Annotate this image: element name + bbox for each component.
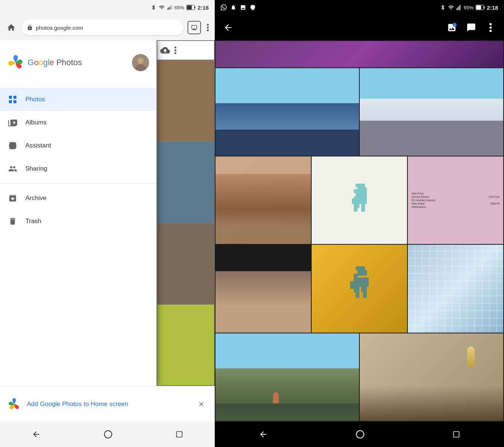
svg-rect-25 xyxy=(459,6,459,10)
svg-rect-7 xyxy=(187,6,192,10)
banner-text[interactable]: Add Google Photos to Home screen xyxy=(27,400,189,408)
back-icon-right xyxy=(223,23,233,32)
bluetooth-icon xyxy=(151,4,157,10)
battery-text-left: 65% xyxy=(174,5,184,10)
home-button[interactable] xyxy=(4,21,18,34)
photo-cell-4[interactable] xyxy=(312,156,407,244)
svg-rect-17 xyxy=(9,96,12,99)
photo-cell-10[interactable] xyxy=(360,333,503,421)
svg-rect-1 xyxy=(168,7,169,10)
archive-nav-icon xyxy=(8,194,17,203)
square-nav-icon-right xyxy=(453,431,460,438)
right-panel: 65% 2:18 + xyxy=(215,0,504,447)
home-button-nav-left[interactable] xyxy=(100,426,116,443)
home-icon xyxy=(7,23,16,32)
status-bar-right: 65% 2:18 xyxy=(215,0,504,15)
banner-close-button[interactable] xyxy=(195,398,207,410)
photo-cell-5[interactable]: Web Push Service WorkerCSS Grid ES modul… xyxy=(408,156,503,244)
comment-button[interactable] xyxy=(464,20,479,35)
circle-home-icon-right xyxy=(356,430,365,439)
sharing-icon xyxy=(7,164,18,174)
wifi-icon-right xyxy=(448,4,454,10)
svg-point-34 xyxy=(489,30,492,32)
more-button-right[interactable] xyxy=(483,20,498,35)
photo-cell-6[interactable] xyxy=(215,245,311,332)
close-icon xyxy=(198,400,205,408)
tech-slide-overlay: Web Push Service WorkerCSS Grid ES modul… xyxy=(408,156,503,244)
more-vert-icon-photos[interactable] xyxy=(174,47,176,54)
user-avatar[interactable] xyxy=(132,54,149,71)
albums-label: Albums xyxy=(25,119,47,126)
square-button-right[interactable] xyxy=(449,427,464,442)
sidebar-item-archive[interactable]: Archive xyxy=(0,187,157,210)
svg-point-8 xyxy=(207,24,209,26)
square-button-left[interactable] xyxy=(172,427,187,442)
more-vert-icon-left xyxy=(207,24,209,31)
desktop-icon-button[interactable] xyxy=(188,21,201,34)
svg-rect-40 xyxy=(352,199,356,204)
svg-rect-19 xyxy=(9,100,12,103)
photo-cell-7[interactable] xyxy=(312,245,407,332)
nav-divider-1 xyxy=(0,183,157,184)
add-photo-button[interactable]: + xyxy=(444,20,459,35)
svg-rect-51 xyxy=(361,287,367,292)
pixel-dino-yellow xyxy=(339,266,380,311)
whatsapp-icon xyxy=(221,4,227,10)
photo-cell-3[interactable] xyxy=(215,156,311,244)
back-button-right[interactable] xyxy=(221,20,236,35)
nav-drawer: Google Photos xyxy=(0,40,157,386)
photo-grid: Web Push Service WorkerCSS Grid ES modul… xyxy=(215,40,504,422)
time-right: 2:18 xyxy=(487,4,498,11)
albums-nav-icon xyxy=(8,118,17,127)
svg-point-9 xyxy=(207,27,209,29)
svg-rect-43 xyxy=(354,208,357,212)
battery-icon-left xyxy=(186,5,195,10)
archive-icon xyxy=(7,193,18,203)
photo-row-3 xyxy=(215,245,503,332)
nav-drawer-area: Google Photos xyxy=(0,40,215,386)
photo-cell-9[interactable] xyxy=(215,333,359,421)
photo-cell-0[interactable] xyxy=(215,41,503,67)
svg-rect-2 xyxy=(169,7,170,10)
bottom-bar-right xyxy=(215,422,504,447)
svg-rect-26 xyxy=(460,5,460,10)
svg-rect-42 xyxy=(361,204,365,208)
sidebar-item-sharing[interactable]: Sharing xyxy=(0,157,157,180)
back-button-left[interactable] xyxy=(28,426,44,443)
photo-cell-2[interactable] xyxy=(360,68,503,156)
address-field[interactable]: photos.google.com xyxy=(22,20,184,35)
bottom-bar-left xyxy=(0,422,215,447)
sidebar-item-trash[interactable]: Trash xyxy=(0,210,157,233)
avatar-image xyxy=(132,54,149,71)
comment-icon xyxy=(466,23,476,32)
sidebar-item-photos[interactable]: Photos xyxy=(0,88,157,111)
more-vert-icon-right xyxy=(489,23,492,32)
logo-pinwheel xyxy=(7,54,24,71)
photo-cell-8[interactable] xyxy=(408,245,503,332)
svg-rect-6 xyxy=(195,6,195,9)
circle-home-icon xyxy=(104,430,113,439)
more-button-chrome[interactable] xyxy=(205,22,210,33)
photo-cell-1[interactable] xyxy=(215,68,359,156)
svg-rect-46 xyxy=(357,270,367,276)
albums-icon xyxy=(7,117,18,128)
svg-rect-22 xyxy=(177,432,182,437)
sidebar-item-assistant[interactable]: Assistant xyxy=(0,134,157,157)
add-photo-icon: + xyxy=(447,23,457,32)
svg-rect-24 xyxy=(457,7,458,10)
upload-icon[interactable] xyxy=(160,45,170,55)
url-text[interactable]: photos.google.com xyxy=(36,25,83,31)
banner-pinwheel-icon xyxy=(7,397,21,411)
svg-rect-55 xyxy=(454,432,459,437)
sharing-label: Sharing xyxy=(25,165,47,172)
back-button-right-nav[interactable] xyxy=(255,426,271,443)
svg-rect-44 xyxy=(361,208,365,212)
svg-rect-29 xyxy=(476,6,481,10)
photo-row-1 xyxy=(215,68,503,156)
home-button-nav-right[interactable] xyxy=(352,426,368,443)
battery-text-right: 65% xyxy=(464,5,473,10)
svg-point-10 xyxy=(207,29,209,31)
svg-rect-4 xyxy=(171,5,172,10)
sidebar-item-albums[interactable]: Albums xyxy=(0,111,157,134)
time-left: 2:16 xyxy=(198,4,209,11)
